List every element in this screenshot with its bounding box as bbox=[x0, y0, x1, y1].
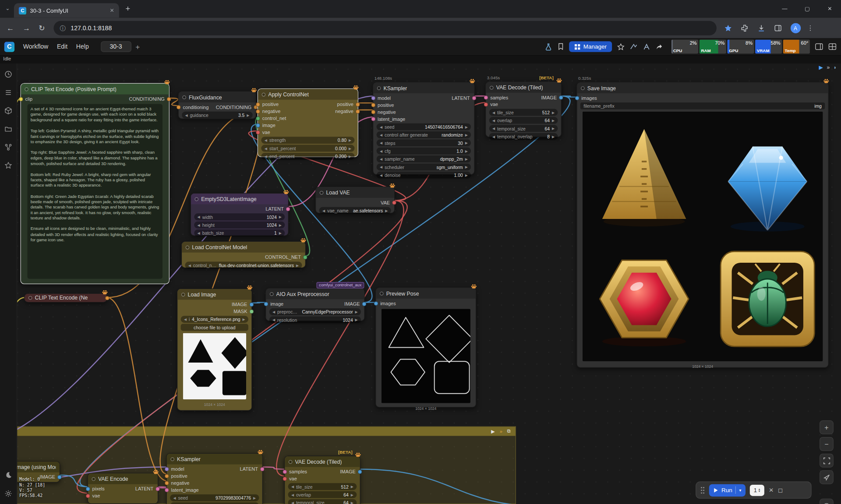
node-header[interactable]: KSampler bbox=[373, 83, 474, 93]
stop-icon[interactable]: ◻ bbox=[778, 486, 783, 493]
node-header[interactable]: Load ControlNet Model bbox=[182, 242, 305, 252]
output-dot[interactable] bbox=[303, 255, 307, 259]
input-slot-image[interactable]: image bbox=[261, 122, 286, 129]
input-slot-vae[interactable]: vae bbox=[489, 101, 508, 108]
widget-cfg[interactable]: ◀cfg1.0▶ bbox=[377, 148, 471, 155]
widget-increment-icon[interactable]: ▶ bbox=[465, 125, 468, 129]
widget-filename_prefix[interactable]: filename_prefiximg bbox=[580, 102, 825, 109]
widget-control-after-generate[interactable]: ◀control after generaterandomize▶ bbox=[170, 502, 259, 504]
monitor-vram[interactable]: 58%VRAM bbox=[755, 40, 782, 54]
widget-increment-icon[interactable]: ▶ bbox=[296, 263, 299, 268]
widget-choose-file-to-upload[interactable]: choose file to upload bbox=[181, 324, 248, 331]
widget-scheduler[interactable]: ◀schedulersgm_uniform▶ bbox=[377, 163, 471, 170]
output-slot-negative[interactable]: negative bbox=[335, 108, 354, 115]
toggle-links-visibility-button[interactable] bbox=[820, 499, 834, 504]
input-dot[interactable] bbox=[86, 486, 90, 491]
widget-increment-icon[interactable]: ▶ bbox=[465, 149, 468, 153]
workflow-tab[interactable]: 30-3 bbox=[101, 41, 131, 52]
node-map-icon[interactable] bbox=[630, 42, 638, 50]
widget-decrement-icon[interactable]: ◀ bbox=[291, 484, 294, 489]
input-dot[interactable] bbox=[165, 467, 169, 471]
widget-increment-icon[interactable]: ▶ bbox=[349, 154, 351, 159]
canvas-toggle-icon[interactable]: ◗ bbox=[834, 64, 837, 70]
input-slot-vae[interactable]: vae bbox=[288, 475, 307, 482]
widget-decrement-icon[interactable]: ◀ bbox=[198, 231, 200, 235]
widget-increment-icon[interactable]: ▶ bbox=[242, 317, 245, 321]
monitor-cpu[interactable]: 2%CPU bbox=[671, 40, 698, 54]
queue-play-icon[interactable]: ▶ bbox=[819, 64, 823, 70]
input-dot[interactable] bbox=[256, 102, 260, 106]
widget-increment-icon[interactable]: ▶ bbox=[465, 173, 468, 177]
input-slot-images[interactable]: images bbox=[580, 95, 597, 102]
output-dot[interactable] bbox=[356, 109, 360, 113]
input-dot[interactable] bbox=[484, 102, 488, 106]
widget-width[interactable]: ◀width1024▶ bbox=[194, 213, 285, 220]
widget-decrement-icon[interactable]: ◀ bbox=[265, 154, 267, 159]
output-slot-LATENT[interactable]: LATENT bbox=[135, 485, 155, 492]
share-icon[interactable] bbox=[655, 42, 663, 50]
output-slot-IMAGE[interactable]: IMAGE bbox=[344, 300, 361, 307]
input-slot-conditioning[interactable]: conditioning bbox=[182, 103, 208, 110]
node-load-controlnet[interactable]: Load ControlNet ModelCONTROL_NET◀control… bbox=[181, 241, 306, 268]
widget-steps[interactable]: ◀steps30▶ bbox=[377, 139, 471, 146]
widget-increment-icon[interactable]: ▶ bbox=[465, 141, 468, 145]
node-library-icon[interactable] bbox=[4, 88, 13, 97]
node-header[interactable]: Load Image bbox=[177, 289, 251, 300]
widget-decrement-icon[interactable]: ◀ bbox=[184, 317, 187, 321]
output-slot-IMAGE[interactable]: IMAGE bbox=[340, 468, 357, 475]
widget-preprocessor[interactable]: ◀preprocessorCannyEdgePreprocessor▶ bbox=[269, 308, 361, 315]
widget-decrement-icon[interactable]: ◀ bbox=[492, 134, 495, 139]
input-slot-positive[interactable]: positive bbox=[261, 101, 286, 108]
widget-vae_name[interactable]: ◀vae_nameae.safetensors▶ bbox=[319, 207, 391, 214]
profile-avatar[interactable]: A bbox=[791, 23, 801, 33]
widget-decrement-icon[interactable]: ◀ bbox=[185, 113, 187, 117]
input-dot[interactable] bbox=[371, 96, 375, 100]
output-dot[interactable] bbox=[392, 200, 396, 204]
collapse-dot-icon[interactable] bbox=[270, 292, 274, 296]
widget-decrement-icon[interactable]: ◀ bbox=[173, 496, 176, 500]
widget-increment-icon[interactable]: ▶ bbox=[349, 138, 351, 142]
widget-decrement-icon[interactable]: ◀ bbox=[492, 126, 495, 130]
collapse-dot-icon[interactable] bbox=[28, 296, 32, 300]
output-dot[interactable] bbox=[57, 475, 62, 479]
site-info-icon[interactable]: ⓘ bbox=[60, 24, 66, 32]
output-dot[interactable] bbox=[472, 96, 477, 100]
node-empty-sd3-latent[interactable]: EmptySD3LatentImageLATENT◀width1024▶◀hei… bbox=[191, 193, 289, 236]
extensions-icon[interactable] bbox=[741, 24, 749, 32]
collapse-dot-icon[interactable] bbox=[377, 86, 381, 90]
widget-sampler_name[interactable]: ◀sampler_namedpmpp_2m▶ bbox=[377, 155, 471, 162]
widget-batch_size[interactable]: ◀batch_size1▶ bbox=[194, 229, 285, 236]
widget-increment-icon[interactable]: ▶ bbox=[355, 318, 358, 322]
widget-increment-icon[interactable]: ▶ bbox=[351, 500, 353, 504]
beta-flask-icon[interactable] bbox=[544, 42, 552, 50]
input-slot-latent_image[interactable]: latent_image bbox=[170, 486, 199, 493]
node-aio-aux-preprocessor[interactable]: AIO Aux Preprocessorcomfyui_controlnet_a… bbox=[265, 288, 365, 321]
widget-increment-icon[interactable]: ▶ bbox=[279, 231, 282, 235]
custom-nodes-icon[interactable] bbox=[4, 143, 13, 152]
widget-increment-icon[interactable]: ▶ bbox=[351, 493, 353, 497]
browser-tab[interactable]: C 30-3 - ComfyUI ✕ bbox=[14, 3, 119, 18]
node-vae-decode-tiled[interactable]: VAE Decode (Tiled)3.045s[BETA]samplesvae… bbox=[485, 81, 562, 137]
collapse-dot-icon[interactable] bbox=[181, 293, 185, 296]
queue-skip-icon[interactable]: » bbox=[827, 64, 830, 70]
widget-height[interactable]: ◀height1024▶ bbox=[194, 222, 285, 229]
graph-canvas[interactable]: ▶ » ⧉ CLIP Text Encode (Positive Prompt)… bbox=[0, 63, 841, 504]
widget-increment-icon[interactable]: ▶ bbox=[465, 133, 468, 137]
favorites-star-icon[interactable] bbox=[617, 42, 625, 50]
input-slot-samples[interactable]: samples bbox=[288, 468, 307, 475]
output-dot[interactable] bbox=[286, 207, 290, 211]
output-dot[interactable] bbox=[167, 97, 171, 101]
widget-guidance[interactable]: ◀guidance3.5▶ bbox=[182, 112, 253, 119]
downloads-icon[interactable] bbox=[757, 24, 765, 32]
node-header[interactable]: CLIP Text Encode (Positive Prompt) bbox=[21, 84, 169, 94]
widget-decrement-icon[interactable]: ◀ bbox=[380, 149, 382, 153]
input-dot[interactable] bbox=[371, 116, 375, 121]
node-header[interactable]: VAE Encode bbox=[88, 473, 158, 484]
widget-decrement-icon[interactable]: ◀ bbox=[198, 215, 200, 219]
address-bar[interactable]: ⓘ 127.0.0.1:8188 bbox=[53, 21, 716, 35]
layout-icon[interactable] bbox=[643, 42, 650, 50]
widget-decrement-icon[interactable]: ◀ bbox=[188, 263, 191, 268]
widget-increment-icon[interactable]: ▶ bbox=[279, 223, 282, 227]
widget-increment-icon[interactable]: ▶ bbox=[355, 310, 358, 314]
input-dot[interactable] bbox=[283, 469, 287, 474]
